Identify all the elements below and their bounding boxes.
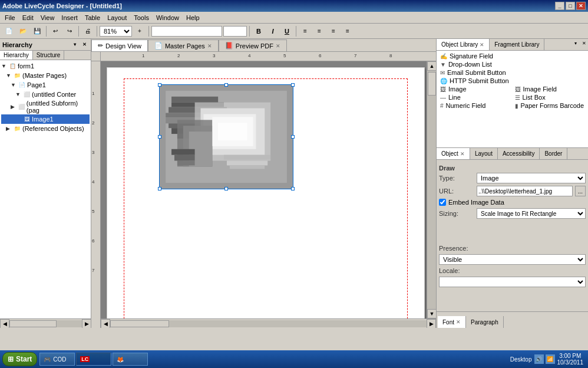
tab-master-pages[interactable]: 📄 Master Pages ✕ — [148, 40, 219, 51]
expand-form1[interactable]: ▼ — [1, 63, 7, 69]
tab-design-view[interactable]: ✏ Design View — [91, 40, 148, 51]
canvas-scroll-left[interactable]: ◀ — [101, 319, 110, 328]
tab-structure[interactable]: Structure — [33, 51, 65, 60]
handle-top-right[interactable] — [291, 83, 295, 87]
zoom-in-button[interactable]: + — [133, 25, 146, 37]
canvas-scroll[interactable] — [101, 61, 427, 318]
speaker-icon[interactable]: 🔊 — [534, 354, 544, 364]
lib-item-image[interactable]: 🖼 Image — [438, 85, 513, 93]
hierarchy-scrollbar-h[interactable]: ◀ ▶ — [0, 318, 91, 328]
scroll-left-btn[interactable]: ◀ — [0, 319, 9, 328]
lib-item-http-submit[interactable]: 🌐 HTTP Submit Button — [438, 77, 587, 85]
handle-top-left[interactable] — [158, 83, 161, 87]
new-button[interactable]: 📄 — [2, 25, 15, 37]
canvas-scrollbar-v[interactable]: ▲ ▼ — [427, 61, 436, 318]
zoom-select[interactable]: 81% 100% 75% 50% — [100, 26, 132, 37]
font-family-input[interactable] — [151, 26, 222, 37]
tree-item-referenced-objects[interactable]: ▶ 📁 (Referenced Objects) — [1, 124, 90, 133]
url-browse-btn[interactable]: ... — [575, 186, 586, 196]
menu-file[interactable]: File — [1, 13, 19, 22]
italic-button[interactable]: I — [266, 25, 279, 37]
expand-ref-objects[interactable]: ▶ — [6, 126, 12, 132]
close-button[interactable]: ✕ — [576, 2, 586, 10]
network-icon[interactable]: 📶 — [546, 354, 555, 364]
lib-item-barcode[interactable]: ▮ Paper Forms Barcode — [513, 101, 587, 110]
minimize-button[interactable]: _ — [555, 2, 564, 10]
presence-select[interactable]: Visible Hidden Invisible — [439, 254, 586, 265]
tab-preview-pdf[interactable]: 📕 Preview PDF ✕ — [219, 40, 287, 51]
lib-item-image-field[interactable]: 🖼 Image Field — [513, 85, 587, 93]
tab-fragment-library[interactable]: Fragment Library — [490, 39, 544, 50]
menu-tools[interactable]: Tools — [130, 13, 153, 22]
sizing-select[interactable]: Scale Image to Fit Rectangle Actual Size… — [477, 208, 586, 219]
scrollbar-h-thumb[interactable] — [9, 320, 57, 327]
canvas-scroll-thumb[interactable] — [428, 72, 436, 96]
maximize-button[interactable]: □ — [566, 2, 575, 10]
handle-top-mid[interactable] — [224, 83, 228, 87]
lib-item-dropdown[interactable]: ▼ Drop-down List — [438, 60, 587, 68]
canvas-scroll-track[interactable] — [427, 71, 436, 309]
embed-checkbox[interactable] — [439, 199, 446, 206]
tab-pdf-close[interactable]: ✕ — [276, 43, 280, 49]
obj-lib-close[interactable]: ✕ — [480, 42, 484, 48]
tab-object[interactable]: Object ✕ — [437, 148, 470, 159]
save-button[interactable]: 💾 — [31, 25, 44, 37]
underline-button[interactable]: U — [280, 25, 293, 37]
handle-mid-left[interactable] — [158, 135, 161, 139]
tab-accessibility[interactable]: Accessibility — [498, 148, 540, 159]
canvas-h-track[interactable] — [110, 320, 427, 327]
expand-subform[interactable]: ▶ — [11, 104, 16, 110]
align-center-button[interactable]: ≡ — [313, 25, 326, 37]
hierarchy-close-btn[interactable]: ✕ — [80, 41, 88, 49]
align-justify-button[interactable]: ≡ — [341, 25, 354, 37]
start-button[interactable]: ⊞ Start — [2, 352, 37, 366]
align-right-button[interactable]: ≡ — [327, 25, 340, 37]
lib-item-signature[interactable]: ✍ Signature Field — [438, 52, 587, 60]
handle-bot-mid[interactable] — [224, 187, 228, 190]
menu-help[interactable]: Help — [183, 13, 203, 22]
image-object[interactable] — [159, 84, 293, 189]
tab-font-close[interactable]: ✕ — [456, 319, 461, 325]
tree-item-page1[interactable]: ▼ 📄 Page1 — [1, 80, 90, 90]
menu-layout[interactable]: Layout — [104, 13, 130, 22]
menu-table[interactable]: Table — [81, 13, 104, 22]
menu-window[interactable]: Window — [153, 13, 183, 22]
tab-border[interactable]: Border — [540, 148, 567, 159]
canvas-scrollbar-h[interactable]: ◀ ▶ — [101, 318, 436, 328]
taskbar-item-lc[interactable]: LC — [76, 353, 111, 366]
taskbar-item-firefox[interactable]: 🦊 — [113, 353, 148, 366]
lib-item-list-box[interactable]: ☰ List Box — [513, 93, 587, 101]
locale-select[interactable] — [439, 277, 586, 287]
menu-view[interactable]: View — [37, 13, 58, 22]
tab-object-close[interactable]: ✕ — [460, 151, 465, 157]
tab-font[interactable]: Font ✕ — [438, 316, 466, 328]
obj-lib-close-btn[interactable]: ✕ — [580, 39, 588, 47]
url-input[interactable] — [477, 186, 573, 196]
lib-item-numeric[interactable]: # Numeric Field — [438, 101, 513, 110]
handle-bot-right[interactable] — [291, 187, 295, 190]
lib-item-email-submit[interactable]: ✉ Email Submit Button — [438, 68, 587, 77]
canvas-scroll-down[interactable]: ▼ — [427, 309, 436, 318]
expand-container[interactable]: ▼ — [15, 91, 21, 97]
align-left-button[interactable]: ≡ — [299, 25, 312, 37]
tree-item-untitled-container[interactable]: ▼ ⬜ (untitled Conter — [1, 90, 90, 99]
lib-item-line[interactable]: — Line — [438, 93, 513, 101]
tab-paragraph[interactable]: Paragraph — [466, 316, 504, 328]
tab-layout[interactable]: Layout — [470, 148, 498, 159]
tab-object-library[interactable]: Object Library ✕ — [437, 39, 490, 50]
menu-edit[interactable]: Edit — [19, 13, 37, 22]
undo-button[interactable]: ↩ — [49, 25, 62, 37]
bold-button[interactable]: B — [252, 25, 265, 37]
font-size-input[interactable] — [223, 26, 247, 37]
tree-item-image1[interactable]: 🖼 Image1 — [1, 114, 90, 124]
handle-bot-left[interactable] — [158, 187, 161, 190]
tab-master-close[interactable]: ✕ — [207, 43, 212, 49]
obj-lib-menu-btn[interactable]: ▾ — [572, 39, 580, 47]
taskbar-item-cod[interactable]: 🎮 COD — [39, 353, 75, 366]
tab-hierarchy[interactable]: Hierarchy — [0, 51, 33, 60]
scroll-right-btn[interactable]: ▶ — [82, 319, 91, 328]
tree-item-untitled-subform[interactable]: ▶ ⬜ (untitled Subform) (pag — [1, 99, 90, 114]
print-button[interactable]: 🖨 — [81, 25, 94, 37]
expand-master-pages[interactable]: ▼ — [6, 73, 12, 78]
tree-item-form1[interactable]: ▼ 📋 form1 — [1, 61, 90, 71]
